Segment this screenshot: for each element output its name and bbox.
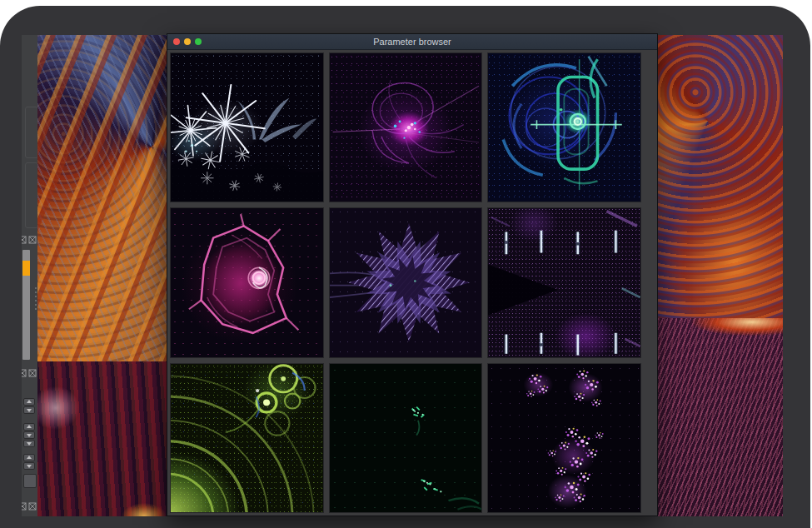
- fractal-preview-art: [171, 364, 323, 512]
- spinner-up-button[interactable]: [23, 398, 35, 406]
- checkbox-icon-pair: [22, 502, 37, 511]
- thumbnail-green-spark-arcs[interactable]: [170, 363, 324, 513]
- checkbox-x-icon[interactable]: [28, 369, 37, 377]
- spinner-down-button[interactable]: [23, 431, 35, 439]
- spinner-down-button[interactable]: [23, 462, 35, 470]
- fractal-preview-art: [488, 208, 640, 356]
- toolbar-button[interactable]: [23, 474, 37, 488]
- side-toolbar: [22, 35, 37, 516]
- thumbnail-violet-noise-dashes[interactable]: [487, 207, 641, 357]
- checkbox-x-icon[interactable]: [22, 502, 27, 511]
- spinner-down-button[interactable]: [23, 406, 35, 414]
- dropdown: [23, 440, 35, 447]
- fractal-streak-fan: [658, 318, 783, 516]
- parameter-browser-window: Parameter browser: [167, 33, 658, 516]
- checkbox-icon-pair: [22, 236, 37, 244]
- checkbox-x-icon[interactable]: [28, 236, 37, 244]
- fractal-preview-art: [330, 53, 482, 202]
- fractal-wallpaper-left: [37, 35, 167, 516]
- fractal-red-streaks: [37, 361, 167, 516]
- fractal-wallpaper-right: [658, 35, 783, 516]
- fractal-preview-art: [330, 208, 482, 356]
- spinner: [23, 398, 35, 414]
- fractal-preview-art: [488, 53, 640, 202]
- toolbar-panel: [25, 107, 37, 158]
- dropdown-arrow-button[interactable]: [23, 440, 35, 447]
- checkbox-x-icon[interactable]: [22, 369, 27, 377]
- fractal-paisley: [658, 35, 783, 321]
- fractal-preview-art: [330, 364, 482, 512]
- thumbnail-grid: [167, 49, 657, 516]
- thumbnail-violet-glitter-columns[interactable]: [487, 363, 641, 513]
- fractal-feathers: [37, 35, 167, 365]
- fractal-preview-art: [488, 364, 640, 512]
- thumbnail-lavender-hatched-star[interactable]: [329, 207, 483, 357]
- thumbnail-magenta-nebula[interactable]: [329, 52, 483, 202]
- screen: Parameter browser: [0, 0, 812, 528]
- checkbox-x-icon[interactable]: [28, 502, 37, 511]
- checkbox-icon-pair: [22, 369, 37, 377]
- thumbnail-pink-rose-spiral[interactable]: [170, 207, 324, 357]
- window-titlebar[interactable]: Parameter browser: [167, 34, 657, 50]
- thumbnail-teal-sparkle-clusters[interactable]: [329, 363, 483, 513]
- vertical-slider[interactable]: [22, 250, 30, 360]
- spinner-up-button[interactable]: [23, 423, 35, 431]
- checkbox-x-icon[interactable]: [22, 236, 27, 244]
- fractal-preview-art: [171, 53, 323, 202]
- spinner-up-button[interactable]: [23, 454, 35, 461]
- thumbnail-blue-teal-swirl[interactable]: [487, 52, 641, 202]
- spinner: [23, 423, 35, 439]
- fractal-preview-art: [171, 208, 323, 356]
- window-title: Parameter browser: [167, 34, 657, 49]
- grip-dots-icon: [35, 287, 37, 310]
- toolbar-panel: [25, 162, 37, 228]
- slider-handle[interactable]: [22, 261, 30, 276]
- spinner: [23, 454, 35, 470]
- thumbnail-white-star-flowers[interactable]: [170, 52, 324, 202]
